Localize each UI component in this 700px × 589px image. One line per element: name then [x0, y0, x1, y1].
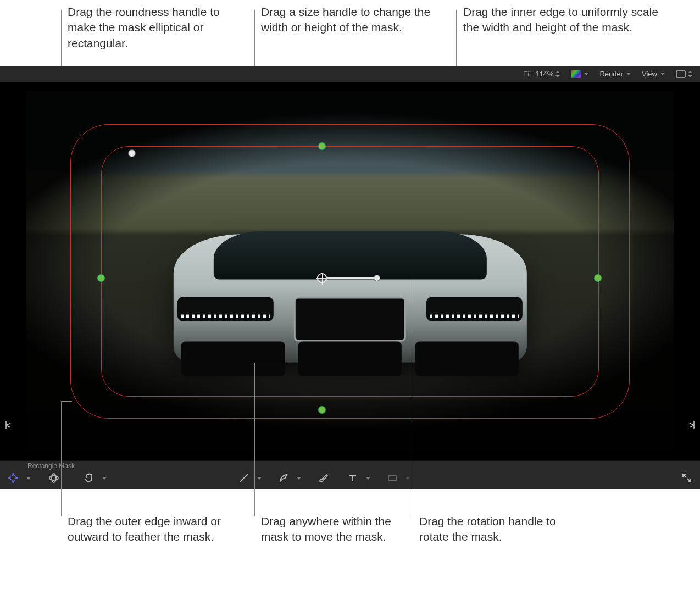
- callout-line: [413, 280, 413, 516]
- callout-rotate: Drag the rotation handle to rotate the m…: [419, 514, 584, 545]
- transform-tool[interactable]: [5, 471, 21, 485]
- view-label: View: [642, 70, 657, 78]
- svg-point-6: [49, 476, 58, 480]
- line-tool[interactable]: [236, 471, 252, 485]
- svg-point-7: [52, 474, 56, 482]
- canvas-viewer[interactable]: [0, 82, 700, 460]
- chevron-down-icon: [660, 73, 665, 75]
- callout-line: [254, 363, 287, 363]
- paintbrush-tool[interactable]: [315, 471, 331, 485]
- svg-point-4: [9, 477, 10, 479]
- stepper-icon: [688, 71, 692, 77]
- car-illustration: [149, 214, 551, 387]
- chevron-down-icon: [297, 477, 301, 480]
- chevron-down-icon: [257, 477, 262, 480]
- chevron-down-icon: [366, 477, 370, 480]
- play-range-in-icon[interactable]: [5, 421, 11, 430]
- size-handle-right[interactable]: [595, 275, 601, 281]
- svg-rect-0: [676, 71, 685, 77]
- chevron-down-icon: [626, 73, 631, 75]
- text-tool[interactable]: [345, 471, 360, 485]
- active-tool-label: Rectangle Mask: [27, 462, 75, 470]
- motion-canvas-window: Fit: 114% Render View: [0, 66, 700, 489]
- chevron-down-icon: [26, 477, 31, 480]
- clip-image: [26, 91, 674, 452]
- viewer-overlay-popup[interactable]: [674, 69, 695, 79]
- stepper-icon: [555, 71, 560, 77]
- chevron-down-icon: [102, 477, 107, 480]
- svg-point-3: [13, 481, 14, 482]
- view-menu[interactable]: View: [640, 69, 667, 79]
- callout-line: [61, 401, 72, 402]
- color-channels-icon: [571, 70, 581, 78]
- canvas-frame: [26, 91, 674, 452]
- callout-line: [254, 363, 255, 516]
- roundness-handle[interactable]: [129, 150, 135, 157]
- hand-tool[interactable]: [81, 471, 97, 485]
- svg-point-2: [13, 474, 14, 475]
- size-handle-left[interactable]: [98, 275, 104, 281]
- svg-point-5: [16, 477, 18, 479]
- callout-roundness: Drag the roundness handle to make the ma…: [68, 4, 249, 51]
- overlay-icon: [676, 70, 686, 78]
- chevron-down-icon: [405, 477, 410, 480]
- chevron-down-icon: [584, 73, 588, 75]
- size-handle-top[interactable]: [319, 143, 325, 149]
- callout-inner: Drag the inner edge to uniformly scale t…: [463, 4, 666, 36]
- render-menu[interactable]: Render: [597, 69, 633, 79]
- rotation-arm: [327, 277, 376, 279]
- zoom-fit-control[interactable]: Fit: 114%: [521, 69, 562, 79]
- rectangle-tool[interactable]: [385, 471, 400, 485]
- fit-value: 114%: [535, 70, 553, 78]
- svg-rect-9: [388, 476, 396, 481]
- callout-move: Drag anywhere within the mask to move th…: [261, 514, 404, 545]
- world-3d-tool[interactable]: [46, 471, 62, 485]
- size-handle-bottom[interactable]: [319, 407, 325, 413]
- play-range-markers: [0, 421, 700, 432]
- viewer-top-toolbar: Fit: 114% Render View: [0, 66, 700, 82]
- rotation-handle[interactable]: [374, 275, 380, 281]
- color-channels-popup[interactable]: [569, 69, 591, 79]
- callout-outer: Drag the outer edge inward or outward to…: [68, 514, 227, 545]
- fullscreen-button[interactable]: [679, 471, 695, 485]
- mask-anchor[interactable]: [317, 273, 327, 283]
- svg-point-1: [10, 475, 16, 481]
- render-label: Render: [599, 70, 623, 78]
- callout-line: [61, 401, 62, 516]
- callout-size: Drag a size handle to change the width o…: [261, 4, 442, 36]
- svg-line-8: [240, 474, 248, 482]
- pen-tool[interactable]: [276, 471, 291, 485]
- play-range-out-icon[interactable]: [689, 421, 695, 430]
- fit-label: Fit:: [523, 70, 533, 78]
- canvas-bottom-toolbar: Rectangle Mask: [0, 460, 700, 489]
